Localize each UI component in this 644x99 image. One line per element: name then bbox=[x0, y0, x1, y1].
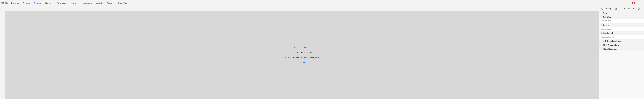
more-icon[interactable]: ⋮ bbox=[640, 1, 642, 5]
xhr-label: XHR/fetch Breakpoints bbox=[603, 40, 623, 42]
tab-network[interactable]: Network bbox=[44, 0, 54, 6]
call-stack-label: Call Stack bbox=[603, 16, 612, 18]
svg-rect-10 bbox=[1, 10, 4, 10]
tab-security[interactable]: Security bbox=[94, 0, 105, 6]
drop-folder-text: Drop in a folder to add to workspace bbox=[286, 56, 319, 59]
tab-memory[interactable]: Memory bbox=[70, 0, 80, 6]
watch-chevron bbox=[601, 12, 602, 14]
debug-panel: Watch Call Stack Not paused Scope Not pa… bbox=[599, 6, 644, 99]
shortcut-key-open: ⌘ P bbox=[286, 47, 298, 49]
debug-section-dom: DOM Breakpoints bbox=[600, 43, 644, 47]
tab-sources[interactable]: Sources bbox=[32, 0, 43, 6]
svg-rect-11 bbox=[601, 8, 602, 8]
svg-point-27 bbox=[634, 8, 634, 9]
scope-chevron bbox=[601, 24, 602, 26]
svg-rect-9 bbox=[1, 9, 4, 9]
xhr-header[interactable]: XHR/fetch Breakpoints bbox=[600, 39, 644, 43]
dom-chevron bbox=[601, 44, 602, 46]
tab-console[interactable]: Console bbox=[21, 0, 32, 6]
tab-elements[interactable]: Elements bbox=[9, 0, 21, 6]
call-stack-content: Not paused bbox=[600, 19, 644, 23]
svg-marker-23 bbox=[624, 8, 625, 8]
error-badge: 1 bbox=[632, 2, 635, 4]
resume-icon[interactable] bbox=[609, 7, 612, 10]
deactivate-breakpoints-icon[interactable] bbox=[632, 7, 636, 10]
svg-marker-25 bbox=[629, 8, 630, 9]
show-navigator-icon[interactable] bbox=[1, 7, 4, 11]
tab-adblock-plus[interactable]: Adblock Plus bbox=[114, 0, 130, 6]
shortcut-key-run: ⌘ ⇧ P bbox=[286, 51, 298, 54]
scope-label: Scope bbox=[603, 24, 609, 26]
tab-audits[interactable]: Audits bbox=[105, 0, 114, 6]
breakpoints-chevron bbox=[601, 32, 602, 34]
debug-section-scope: Scope Not paused bbox=[600, 23, 644, 31]
main-content: ⌘ P Open file ⌘ ⇧ P Run command Drop in … bbox=[0, 6, 644, 99]
toolbar-separator-2 bbox=[631, 7, 632, 10]
step-out-icon[interactable] bbox=[623, 7, 626, 10]
settings-icon[interactable]: ⋮ bbox=[636, 1, 639, 5]
svg-rect-29 bbox=[638, 8, 638, 9]
sources-empty-state: ⌘ P Open file ⌘ ⇧ P Run command Drop in … bbox=[5, 11, 599, 99]
svg-marker-21 bbox=[620, 8, 621, 9]
call-stack-header[interactable]: Call Stack bbox=[600, 15, 644, 19]
inspect-icon[interactable] bbox=[1, 1, 4, 5]
xhr-chevron bbox=[601, 40, 602, 42]
dom-label: DOM Breakpoints bbox=[603, 44, 618, 46]
left-icon-panel bbox=[0, 6, 5, 99]
call-stack-chevron bbox=[601, 16, 602, 18]
shortcut-open-file: ⌘ P Open file bbox=[286, 47, 318, 49]
svg-rect-5 bbox=[6, 2, 6, 3]
debug-section-global: Global Listeners bbox=[600, 47, 644, 51]
svg-rect-30 bbox=[638, 9, 638, 9]
top-nav-bar: Elements Console Sources Network Perform… bbox=[0, 0, 644, 6]
step-into-icon[interactable] bbox=[618, 7, 622, 10]
global-header[interactable]: Global Listeners bbox=[600, 47, 644, 51]
sources-main-area: ⌘ P Open file ⌘ ⇧ P Run command Drop in … bbox=[5, 6, 599, 99]
svg-rect-12 bbox=[602, 9, 603, 9]
global-chevron bbox=[601, 48, 602, 50]
svg-rect-6 bbox=[7, 2, 8, 4]
scope-content: Not paused bbox=[600, 27, 644, 31]
watch-header[interactable]: Watch bbox=[600, 11, 644, 15]
shortcut-label-run: Run command bbox=[301, 51, 318, 54]
tab-application[interactable]: Application bbox=[80, 0, 94, 6]
dom-header[interactable]: DOM Breakpoints bbox=[600, 43, 644, 47]
breakpoints-header[interactable]: Breakpoints bbox=[600, 31, 644, 35]
pause-on-exceptions-icon[interactable] bbox=[636, 7, 640, 10]
debug-section-breakpoints: Breakpoints No breakpoints bbox=[600, 31, 644, 39]
nav-left-icons bbox=[0, 0, 9, 6]
shortcut-label-open: Open file bbox=[301, 47, 318, 49]
step-icon[interactable] bbox=[627, 7, 630, 10]
nav-tabs: Elements Console Sources Network Perform… bbox=[9, 0, 129, 6]
svg-rect-15 bbox=[606, 8, 606, 9]
debug-toolbar bbox=[600, 6, 644, 11]
scope-header[interactable]: Scope bbox=[600, 23, 644, 27]
svg-rect-0 bbox=[2, 2, 2, 3]
device-icon[interactable] bbox=[5, 1, 8, 5]
debug-section-xhr: XHR/fetch Breakpoints bbox=[600, 39, 644, 43]
breakpoints-content: No breakpoints bbox=[600, 35, 644, 39]
shortcut-run-command: ⌘ ⇧ P Run command bbox=[286, 51, 318, 54]
nav-right-area: 1 ⋮ ⋮ bbox=[631, 0, 644, 6]
svg-rect-16 bbox=[606, 8, 607, 9]
watch-label: Watch bbox=[603, 12, 608, 14]
svg-rect-8 bbox=[1, 8, 4, 8]
tab-performance[interactable]: Performance bbox=[54, 0, 70, 6]
learn-more-link[interactable]: Learn more bbox=[297, 61, 307, 63]
global-label: Global Listeners bbox=[603, 48, 618, 50]
debug-section-watch: Watch bbox=[600, 11, 644, 15]
breakpoints-label: Breakpoints bbox=[603, 32, 614, 34]
expand-panel-icon[interactable] bbox=[600, 7, 604, 10]
sources-toolbar bbox=[5, 6, 599, 11]
pause-icon[interactable] bbox=[604, 7, 608, 10]
debug-section-call-stack: Call Stack Not paused bbox=[600, 15, 644, 23]
step-over-icon[interactable] bbox=[614, 7, 618, 10]
